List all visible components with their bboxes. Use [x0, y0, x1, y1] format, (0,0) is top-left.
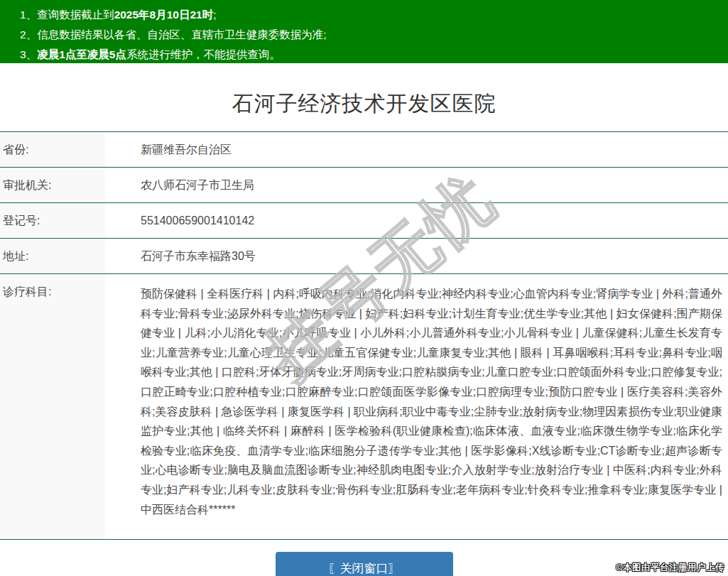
notice-banner: 1、查询数据截止到2025年8月10日21时; 2、信息数据结果以各省、自治区、…: [0, 0, 728, 63]
hospital-name-title: 石河子经济技术开发区医院: [0, 92, 728, 116]
notice-1-bold: 2025年8月10日21时: [114, 9, 214, 21]
close-window-button[interactable]: 〖关闭窗口〗: [276, 552, 453, 576]
notice-3-number: 3、: [20, 48, 37, 60]
address-value: 石河子市东幸福路30号: [105, 239, 728, 274]
notice-2-text: 信息数据结果以各省、自治区、直辖市卫生健康委数据为准;: [37, 28, 326, 40]
table-row-approval-authority: 审批机关: 农八师石河子市卫生局: [0, 168, 728, 203]
registration-number-value: 551400659001410142: [105, 203, 728, 239]
notice-line-3: 3、凌晨1点至凌晨5点系统进行维护，不能提供查询。: [20, 45, 721, 65]
address-label: 地址:: [0, 239, 105, 274]
approval-authority-value: 农八师石河子市卫生局: [105, 168, 728, 203]
registration-number-label: 登记号:: [0, 203, 105, 239]
table-row-address: 地址: 石河子市东幸福路30号: [0, 239, 728, 274]
notice-2-number: 2、: [20, 28, 37, 40]
notice-line-2: 2、信息数据结果以各省、自治区、直辖市卫生健康委数据为准;: [20, 25, 721, 45]
notice-1-text: 查询数据截止到: [37, 9, 114, 21]
notice-line-1: 1、查询数据截止到2025年8月10日21时;: [20, 5, 721, 25]
province-label: 省份:: [0, 132, 105, 168]
table-row-province: 省份: 新疆维吾尔自治区: [0, 132, 728, 168]
table-row-medical-subjects: 诊疗科目: 预防保健科 | 全科医疗科 | 内科;呼吸内科专业;消化内科专业;神…: [0, 274, 728, 540]
notice-3-tail: 系统进行维护，不能提供查询。: [126, 48, 281, 60]
approval-authority-label: 审批机关:: [0, 168, 105, 203]
notice-1-number: 1、: [20, 9, 37, 21]
attribution-watermark: ©本图由平台注册用户上传: [616, 562, 724, 574]
notice-1-tail: ;: [213, 9, 216, 21]
medical-subjects-label: 诊疗科目:: [0, 274, 105, 540]
medical-subjects-text: 预防保健科 | 全科医疗科 | 内科;呼吸内科专业;消化内科专业;神经内科专业;…: [141, 284, 722, 539]
table-row-registration-number: 登记号: 551400659001410142: [0, 203, 728, 239]
notice-3-bold: 凌晨1点至凌晨5点: [37, 48, 126, 60]
hospital-info-table: 省份: 新疆维吾尔自治区 审批机关: 农八师石河子市卫生局 登记号: 55140…: [0, 131, 728, 540]
province-value: 新疆维吾尔自治区: [105, 132, 728, 168]
medical-subjects-value: 预防保健科 | 全科医疗科 | 内科;呼吸内科专业;消化内科专业;神经内科专业;…: [105, 274, 728, 540]
